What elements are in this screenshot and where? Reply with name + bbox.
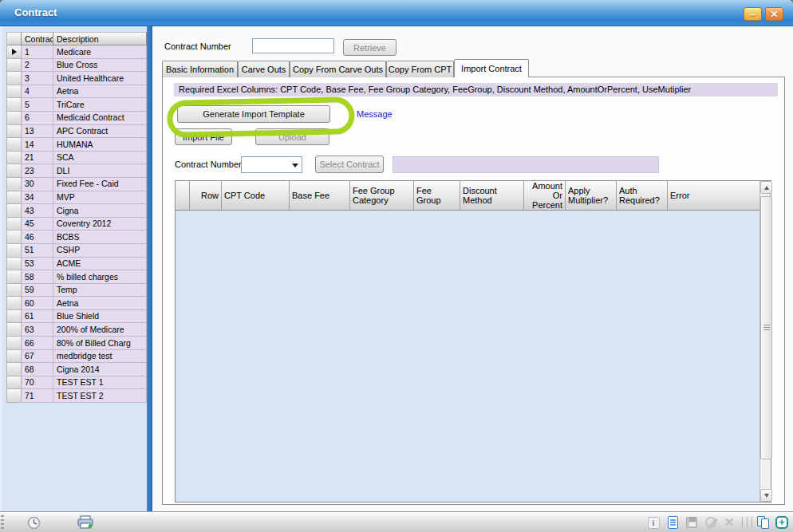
contract-row[interactable]: 14HUMANA: [6, 138, 147, 152]
row-selector[interactable]: [6, 178, 22, 191]
contract-number-cell[interactable]: 51: [22, 244, 53, 258]
contract-number-cell[interactable]: 63: [22, 323, 53, 337]
contract-description-cell[interactable]: Aetna: [53, 85, 147, 99]
column-header-apply-multiplier[interactable]: Apply Multiplier?: [566, 181, 617, 211]
tab-carve-outs[interactable]: Carve Outs: [238, 61, 290, 77]
contract-row[interactable]: 34MVP: [6, 191, 147, 205]
row-selector[interactable]: [6, 270, 22, 284]
contract-row[interactable]: 1Medicare: [6, 45, 147, 59]
contract-row[interactable]: 61Blue Shield: [6, 310, 147, 324]
contract-row[interactable]: 51CSHP: [6, 244, 147, 258]
contract-description-cell[interactable]: APC Contract: [53, 125, 147, 139]
selected-contract-field[interactable]: [393, 156, 659, 173]
select-contract-button[interactable]: Select Contract: [315, 156, 384, 173]
contract-row[interactable]: 58% billed charges: [6, 270, 147, 284]
row-selector[interactable]: [6, 376, 22, 390]
row-selector[interactable]: [6, 45, 22, 59]
row-selector[interactable]: [6, 244, 22, 258]
row-selector[interactable]: [6, 98, 22, 112]
contract-description-cell[interactable]: TEST EST 1: [53, 376, 147, 390]
tab-basic-information[interactable]: Basic Information: [162, 61, 238, 77]
contract-description-cell[interactable]: DLI: [53, 164, 147, 178]
contract-number-cell[interactable]: 34: [22, 191, 53, 205]
contract-row[interactable]: 70TEST EST 1: [6, 376, 147, 390]
contract-description-cell[interactable]: United Healthcare: [53, 72, 147, 85]
row-selector[interactable]: [6, 59, 22, 73]
row-selector[interactable]: [6, 204, 22, 218]
copy-icon[interactable]: [756, 515, 771, 530]
message-link[interactable]: Message: [357, 109, 393, 119]
contract-row[interactable]: 63200% of Medicare: [6, 323, 147, 337]
contract-description-cell[interactable]: BCBS: [53, 231, 147, 244]
contract-row[interactable]: 23DLI: [6, 164, 147, 178]
contract-number-cell[interactable]: 46: [22, 231, 53, 244]
contract-number-cell[interactable]: 61: [22, 310, 53, 324]
contract-description-cell[interactable]: Medicaid Contract: [53, 112, 147, 125]
contract-row[interactable]: 6680% of Billed Charg: [6, 337, 147, 350]
contract-row[interactable]: 68Cigna 2014: [6, 363, 147, 376]
column-header-fee-group[interactable]: Fee Group: [414, 181, 460, 211]
contract-description-cell[interactable]: 80% of Billed Charg: [53, 337, 147, 350]
contract-row[interactable]: 4Aetna: [6, 85, 147, 99]
row-selector[interactable]: [6, 191, 22, 205]
contract-number-cell[interactable]: 3: [22, 72, 53, 85]
contract-number-cell[interactable]: 68: [22, 363, 53, 376]
contract-number-cell[interactable]: 23: [22, 164, 53, 178]
row-selector[interactable]: [6, 138, 22, 152]
contract-number-cell[interactable]: 4: [22, 85, 53, 99]
tab-copy-from-cpt[interactable]: Copy From CPT: [386, 61, 454, 77]
row-selector[interactable]: [6, 389, 22, 403]
contract-number-cell[interactable]: 71: [22, 389, 53, 403]
contract-number-cell[interactable]: 58: [22, 270, 53, 284]
column-header-base-fee[interactable]: Base Fee: [290, 181, 350, 211]
save-icon[interactable]: [684, 515, 700, 530]
column-header-auth-required[interactable]: Auth Required?: [617, 181, 668, 211]
contract-description-cell[interactable]: Coventry 2012: [53, 218, 147, 231]
row-selector[interactable]: [6, 125, 22, 139]
row-selector[interactable]: [6, 323, 22, 337]
contract-row[interactable]: 21SCA: [6, 152, 147, 165]
row-selector[interactable]: [6, 284, 22, 298]
scroll-down-arrow[interactable]: [760, 489, 772, 502]
row-selector[interactable]: [6, 231, 22, 244]
vertical-scrollbar[interactable]: [759, 181, 771, 502]
contract-row[interactable]: 71TEST EST 2: [6, 389, 147, 403]
contract-description-cell[interactable]: HUMANA: [53, 138, 147, 152]
contract-number-cell[interactable]: 21: [22, 152, 53, 165]
contract-row[interactable]: 5TriCare: [6, 98, 147, 112]
info-icon[interactable]: i: [645, 515, 661, 530]
contract-row[interactable]: 60Aetna: [6, 297, 147, 310]
contract-number-cell[interactable]: 30: [22, 178, 53, 191]
contract-column-header[interactable]: Contract: [22, 32, 53, 45]
row-selector[interactable]: [6, 72, 22, 85]
contract-description-cell[interactable]: CSHP: [53, 244, 147, 258]
retrieve-button[interactable]: Retrieve: [343, 39, 396, 56]
row-selector[interactable]: [6, 258, 22, 271]
contract-description-cell[interactable]: SCA: [53, 152, 147, 165]
contract-number-cell[interactable]: 5: [22, 98, 53, 112]
contract-description-cell[interactable]: Medicare: [53, 45, 147, 59]
column-header-discount-method[interactable]: Discount Method: [460, 181, 524, 211]
contract-number-cell[interactable]: 1: [22, 45, 53, 59]
row-selector[interactable]: [6, 363, 22, 376]
clock-icon[interactable]: [26, 515, 41, 530]
scrollbar-thumb[interactable]: [760, 196, 772, 459]
contract-row[interactable]: 43Cigna: [6, 204, 147, 218]
contract-row[interactable]: 30Fixed Fee - Caid: [6, 178, 147, 191]
contract-row[interactable]: 3United Healthcare: [6, 72, 147, 85]
add-icon[interactable]: +: [774, 515, 790, 530]
contract-description-cell[interactable]: Blue Cross: [53, 59, 147, 73]
contract-row[interactable]: 6Medicaid Contract: [6, 112, 147, 125]
contract-number-cell[interactable]: 70: [22, 376, 53, 390]
contract-description-cell[interactable]: Blue Shield: [53, 310, 147, 324]
import-file-button[interactable]: Import File: [175, 128, 232, 145]
row-selector[interactable]: [6, 112, 22, 125]
contract-description-cell[interactable]: TriCare: [53, 98, 147, 112]
contract-row[interactable]: 67medbridge test: [6, 350, 147, 364]
contract-description-cell[interactable]: Cigna 2014: [53, 363, 147, 376]
contract-row[interactable]: 59Temp: [6, 284, 147, 298]
scroll-up-arrow[interactable]: [760, 181, 772, 194]
contract-description-cell[interactable]: 200% of Medicare: [53, 323, 147, 337]
contract-description-cell[interactable]: TEST EST 2: [53, 389, 147, 403]
vertical-splitter[interactable]: [147, 26, 152, 511]
